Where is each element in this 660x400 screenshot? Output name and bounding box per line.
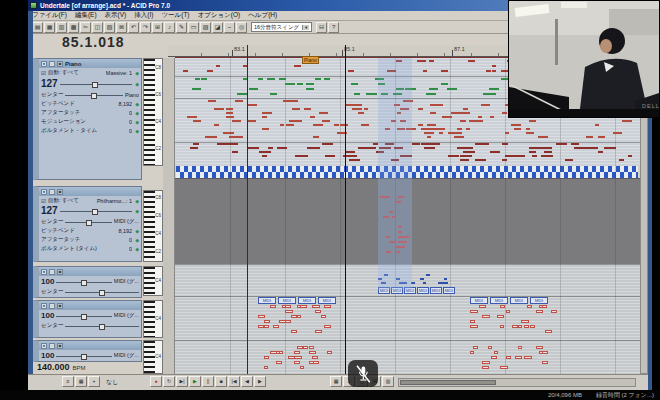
midi-note[interactable] [201,78,207,80]
midi-note[interactable] [289,100,298,102]
midi-note[interactable] [258,325,264,328]
midi-note[interactable] [505,155,517,157]
what-is-this-button[interactable]: ⊟ [316,22,327,33]
midi-note[interactable] [529,147,542,149]
midi-note[interactable] [565,159,573,161]
section-marker[interactable]: Piano [302,56,319,64]
midi-note[interactable] [315,78,321,80]
midi-note[interactable] [421,128,428,130]
track-header-5[interactable]: ● ◌ ▣ 100MIDI (グ... [33,340,142,362]
midi-note[interactable] [571,143,579,145]
patch-select[interactable]: MIDI (グ... [114,218,139,225]
midi-note[interactable] [322,120,330,122]
midi-note[interactable] [294,361,300,364]
midi-note[interactable] [226,116,234,118]
patch-select[interactable]: MIDI (グ... [114,352,139,359]
midi-note[interactable] [502,159,507,161]
midi-note[interactable] [429,88,438,90]
snap-toggle-button[interactable]: ⊞ [152,22,163,33]
midi-note[interactable] [524,325,529,328]
volume-slider[interactable] [60,82,132,86]
midi-note[interactable] [258,78,263,80]
piano-keyboard[interactable]: C8C6C4C2 [143,190,163,262]
horizontal-scrollbar-thumb[interactable] [400,380,496,385]
paint-tool-button[interactable]: ▨ [200,22,211,33]
midi-note[interactable] [292,120,302,122]
cut-button[interactable]: ✂ [80,22,91,33]
pan-slider[interactable] [65,290,139,294]
midi-note[interactable] [457,128,462,130]
midi-clip-label[interactable]: MIDI [417,287,429,294]
midi-note[interactable] [517,155,525,157]
midi-note[interactable] [448,132,457,134]
patch-select[interactable]: MIDI (グ... [114,312,139,319]
midi-note[interactable] [312,356,318,359]
midi-note[interactable] [482,366,489,369]
envelope-tool-button[interactable]: ~ [224,22,235,33]
midi-note[interactable] [532,155,537,157]
midi-note[interactable] [277,147,287,149]
midi-note[interactable] [349,159,360,161]
volume-value[interactable]: 100 [41,276,54,288]
midi-note[interactable] [297,83,303,85]
midi-note[interactable] [505,132,509,134]
midi-note[interactable] [208,100,216,102]
menu-item[interactable]: 編集(E) [71,11,101,20]
midi-note[interactable] [276,361,282,364]
midi-note[interactable] [502,112,507,114]
device-select[interactable]: Massive: 1 [106,70,132,76]
midi-note[interactable] [460,120,466,122]
volume-slider[interactable] [56,280,111,284]
track-header-4[interactable]: ● ◌ ▣ 100MIDI (グ... センター [33,300,142,338]
midi-note[interactable] [285,83,295,85]
arm-record-icon[interactable]: ▣ [57,303,63,309]
record-button[interactable]: ● [150,376,162,387]
midi-note[interactable] [247,104,257,106]
loop-playback-button[interactable]: ↻ [163,376,175,387]
midi-note[interactable] [426,274,430,276]
midi-note[interactable] [426,93,436,95]
midi-note[interactable] [285,310,293,313]
midi-clip-label[interactable]: MIDI [510,297,528,304]
midi-note[interactable] [545,330,552,333]
help-button[interactable]: ? [328,22,339,33]
midi-note[interactable] [521,320,529,323]
midi-note[interactable] [247,120,256,122]
midi-note[interactable] [361,124,369,126]
pause-button[interactable]: || [202,376,214,387]
midi-note[interactable] [454,112,463,114]
midi-note[interactable] [423,60,426,62]
midi-note[interactable] [232,136,243,138]
midi-note[interactable] [280,124,284,126]
midi-note[interactable] [315,310,321,313]
midi-note[interactable] [544,151,552,153]
solo-icon[interactable]: ◌ [49,303,55,309]
swing-select[interactable]: 16分音符スイング ▼ [251,22,312,32]
midi-note[interactable] [595,124,599,126]
midi-note[interactable] [441,83,448,85]
selection-tool-button[interactable]: ▭ [188,22,199,33]
midi-clip-label[interactable]: MIDI [278,297,296,304]
midi-note[interactable] [279,351,283,354]
track-list-button[interactable]: ≡ [62,376,74,387]
midi-note[interactable] [195,78,200,80]
midi-note[interactable] [306,83,314,85]
midi-note[interactable] [470,351,474,354]
midi-note[interactable] [418,108,423,110]
midi-note[interactable] [214,124,219,126]
midi-note[interactable] [285,320,291,323]
midi-note[interactable] [551,310,557,313]
midi-note[interactable] [322,143,333,145]
arm-record-icon[interactable]: ▣ [57,61,63,67]
midi-note[interactable] [514,128,521,130]
midi-note[interactable] [270,305,276,308]
erase-tool-button[interactable]: ◪ [212,22,223,33]
undo-button[interactable]: ↶ [128,22,139,33]
midi-note[interactable] [538,136,548,138]
param-value[interactable]: 8,192 [118,228,132,234]
grid-view-button[interactable]: ▦ [75,376,87,387]
volume-slider[interactable] [56,314,111,318]
midi-note[interactable] [346,151,355,153]
midi-note[interactable] [444,282,448,284]
midi-note[interactable] [628,155,632,157]
